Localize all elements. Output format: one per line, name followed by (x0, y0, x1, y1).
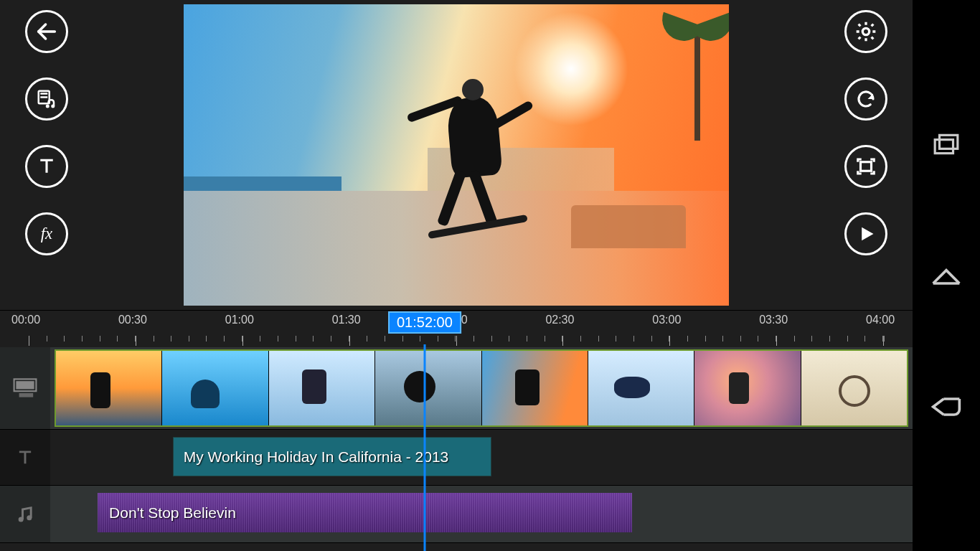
ruler-label: 02:30 (545, 314, 574, 326)
ruler-label: 01:30 (332, 314, 361, 326)
recents-button[interactable] (930, 128, 963, 160)
preview-scene-palm (694, 26, 700, 141)
fx-tool-icon: fx (35, 222, 58, 245)
video-editor-app: fx (0, 0, 913, 551)
right-toolbar (819, 0, 913, 310)
undo-icon (855, 88, 877, 110)
audio-track-icon (15, 504, 35, 524)
video-thumb-surfer-wave[interactable] (162, 351, 268, 425)
svg-marker-9 (862, 227, 873, 241)
svg-text:fx: fx (41, 225, 52, 242)
svg-point-4 (46, 105, 50, 108)
text-tool-icon (36, 156, 57, 177)
audio-clip[interactable]: Don't Stop Believin (98, 493, 632, 532)
video-track-content[interactable] (50, 347, 913, 429)
fullscreen-icon (855, 156, 877, 177)
fullscreen-button[interactable] (844, 145, 887, 188)
playhead-line[interactable] (423, 344, 425, 551)
svg-rect-11 (16, 381, 34, 389)
video-thumb-fishing-sunset[interactable] (56, 351, 162, 425)
settings-button[interactable] (844, 10, 887, 53)
svg-rect-8 (861, 162, 872, 171)
play-button[interactable] (844, 212, 887, 255)
video-thumb-skateboarder[interactable] (482, 351, 588, 425)
video-thumb-bmx-jump[interactable] (375, 351, 481, 425)
svg-point-7 (862, 28, 869, 34)
svg-rect-15 (935, 139, 953, 153)
svg-rect-2 (40, 93, 47, 95)
back-nav-icon (930, 395, 962, 419)
title-track-header[interactable] (0, 430, 50, 485)
text-tool-button[interactable] (25, 145, 68, 188)
left-toolbar: fx (0, 0, 93, 310)
svg-rect-3 (40, 96, 47, 98)
system-navbar (913, 0, 980, 551)
gear-icon (854, 20, 877, 43)
tracks: My Working Holiday In California - 2013 … (0, 347, 913, 551)
back-button[interactable] (25, 10, 68, 53)
video-clip-strip[interactable] (55, 349, 908, 427)
ruler-segment: 04:00 (883, 311, 884, 347)
media-library-button[interactable] (25, 77, 68, 121)
svg-rect-16 (940, 135, 958, 149)
video-thumb-snowboarder[interactable] (269, 351, 375, 425)
title-track-icon (15, 448, 35, 468)
preview-scene-skater (399, 69, 557, 255)
media-library-icon (36, 88, 57, 110)
title-track: My Working Holiday In California - 2013 (0, 430, 913, 486)
ruler-label: 03:00 (652, 314, 681, 326)
system-back-button[interactable] (930, 391, 963, 423)
ruler-label: 00:30 (118, 314, 147, 326)
video-thumb-cyclist[interactable] (801, 351, 907, 425)
preview-canvas[interactable] (184, 4, 729, 306)
title-clip-text: My Working Holiday In California - 2013 (184, 448, 449, 466)
timeline: 00:0000:3001:0001:3002:0002:3003:0003:30… (0, 310, 913, 551)
preview-scene-bus (571, 205, 686, 248)
playhead-time-label[interactable]: 01:52:00 (388, 311, 461, 334)
svg-rect-12 (19, 393, 34, 397)
title-clip[interactable]: My Working Holiday In California - 2013 (173, 437, 492, 476)
back-arrow-icon (34, 19, 59, 44)
recents-icon (933, 133, 960, 156)
video-thumb-city-bokeh[interactable] (694, 351, 801, 425)
audio-track-content[interactable]: Don't Stop Believin (50, 486, 913, 542)
home-icon (930, 264, 962, 287)
undo-button[interactable] (844, 77, 887, 121)
svg-point-14 (27, 515, 32, 520)
ruler-label: 00:00 (11, 314, 40, 326)
video-track-header[interactable] (0, 347, 50, 429)
video-thumb-skydiver[interactable] (588, 351, 694, 425)
svg-point-5 (51, 105, 55, 108)
video-track-icon (13, 378, 37, 398)
home-button[interactable] (930, 260, 963, 292)
audio-track: Don't Stop Believin (0, 486, 913, 543)
preview-area (93, 0, 819, 310)
ruler-label: 01:00 (225, 314, 254, 326)
preview-row: fx (0, 0, 913, 310)
ruler-label: 04:00 (866, 314, 895, 326)
video-track (0, 347, 913, 430)
fx-tool-button[interactable]: fx (25, 212, 68, 255)
audio-track-header[interactable] (0, 486, 50, 542)
svg-point-13 (19, 517, 24, 522)
audio-clip-text: Don't Stop Believin (109, 504, 236, 522)
title-track-content[interactable]: My Working Holiday In California - 2013 (50, 430, 913, 485)
ruler-label: 03:30 (759, 314, 788, 326)
play-icon (856, 224, 876, 244)
